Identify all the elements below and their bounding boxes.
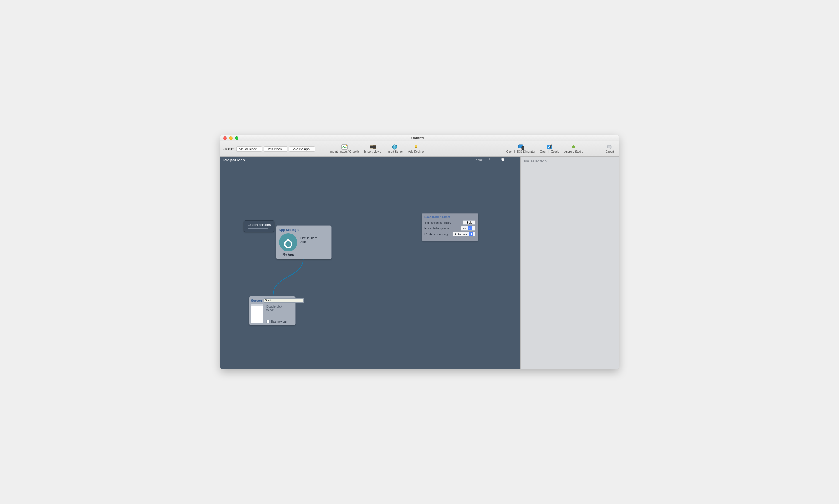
first-launch-value: Start [300,240,307,244]
zoom-thumb[interactable] [501,158,504,161]
toolbar: Create: Visual Block... Data Block... Sa… [220,141,619,157]
svg-rect-12 [372,148,373,149]
import-button-button[interactable]: Import Button [384,144,405,154]
export-screens-label: Export screens [247,223,271,227]
svg-rect-8 [374,145,374,146]
open-ios-simulator-button[interactable]: Open in iOS Simulator [505,144,537,154]
create-label: Create: [223,147,234,151]
export-screens-node[interactable]: Export screens [244,220,274,232]
import-movie-label: Import Movie [364,150,381,154]
create-satellite-app-button[interactable]: Satellite App... [289,146,315,151]
export-label: Export [605,150,614,154]
editable-language-value: en [461,227,468,230]
image-icon [341,144,348,149]
open-xcode-label: Open in Xcode [540,150,559,154]
create-visual-block-button[interactable]: Visual Block... [236,146,262,151]
chevron-down-icon: ﹀ [425,137,428,141]
add-keyline-button[interactable]: Add Keyline [407,144,425,154]
export-arrow-icon [607,144,613,149]
runtime-language-label: Runtime language: [425,232,450,236]
inspector-placeholder: No selection [524,159,615,163]
canvas-header: Project Map Zoom: [220,157,520,163]
svg-rect-10 [370,148,371,149]
editable-language-select[interactable]: en ▲▼ [461,226,476,231]
svg-rect-22 [522,146,524,149]
import-image-button[interactable]: Import Image / Graphic [328,144,361,154]
svg-point-25 [573,146,573,147]
svg-rect-14 [375,148,375,149]
runtime-language-select[interactable]: Automatic ▲▼ [452,232,476,236]
connection-line [220,157,520,369]
button-icon [391,144,398,149]
svg-line-28 [574,145,575,146]
screen-thumbnail[interactable] [251,304,263,323]
svg-rect-5 [370,145,371,146]
import-image-label: Import Image / Graphic [329,150,359,154]
svg-point-26 [574,146,575,147]
app-icon [279,233,297,251]
android-icon [570,144,577,149]
app-window: Untitled ﹀ Create: Visual Block... Data … [220,135,619,369]
window-title[interactable]: Untitled ﹀ [220,136,619,140]
android-studio-button[interactable]: Android Studio [563,144,584,154]
svg-rect-13 [374,148,374,149]
app-settings-node[interactable]: App Settings My App First launch: Start [276,226,331,259]
open-ios-simulator-label: Open in iOS Simulator [506,150,535,154]
app-settings-title: App Settings [279,228,329,232]
runtime-language-value: Automatic [453,233,469,236]
zoom-slider[interactable] [485,160,517,160]
svg-rect-11 [371,148,372,149]
add-keyline-label: Add Keyline [408,150,424,154]
localization-empty-msg: This sheet is empty. [425,221,452,224]
screen-title: Screen [251,299,262,302]
export-button[interactable]: Export [604,144,615,154]
app-name: My App [282,253,294,256]
create-data-block-button[interactable]: Data Block... [264,146,287,151]
select-stepper-icon: ▲▼ [468,226,472,230]
canvas-title: Project Map [223,158,245,162]
android-studio-label: Android Studio [564,150,583,154]
checkbox-icon [266,320,270,323]
body: Project Map Zoom: Export screens [220,157,619,369]
import-tools-group: Import Image / Graphic Import Movie Impo… [328,144,425,154]
svg-point-1 [346,145,347,146]
localization-edit-button[interactable]: Edit [463,220,476,225]
localization-sheet-node[interactable]: Localization Sheet This sheet is empty. … [422,213,478,241]
open-xcode-button[interactable]: Open in Xcode [539,144,560,154]
keyline-icon [413,144,419,149]
svg-rect-7 [372,145,373,146]
localization-title: Localization Sheet [425,215,476,219]
select-stepper-icon: ▲▼ [469,232,474,236]
ios-simulator-icon [518,144,524,149]
titlebar: Untitled ﹀ [220,135,619,141]
has-nav-bar-label: Has nav bar [271,320,287,323]
import-button-label: Import Button [386,150,404,154]
xcode-icon [546,144,553,149]
app-first-launch: First launch: Start [300,236,317,244]
editable-language-label: Editable language: [425,227,450,230]
first-launch-label: First launch: [300,236,317,240]
svg-line-27 [572,145,573,146]
project-map-canvas[interactable]: Project Map Zoom: Export screens [220,157,520,369]
right-tools-group: Open in iOS Simulator Open in Xcode Andr… [505,144,615,154]
svg-rect-6 [371,145,372,146]
has-nav-bar-checkbox[interactable]: Has nav bar [266,320,287,323]
screen-hint: Double-click to edit [266,304,287,312]
svg-rect-9 [375,145,375,146]
svg-marker-19 [414,144,418,148]
window-title-text: Untitled [411,136,424,140]
screen-node[interactable]: Screen Double-click to edit Has nav bar [249,296,295,325]
zoom-label: Zoom: [474,158,483,162]
import-movie-button[interactable]: Import Movie [363,144,382,154]
zoom-control: Zoom: [474,158,517,162]
film-icon [370,144,376,149]
screen-name-field[interactable] [264,298,304,303]
inspector-panel: No selection [520,157,619,369]
